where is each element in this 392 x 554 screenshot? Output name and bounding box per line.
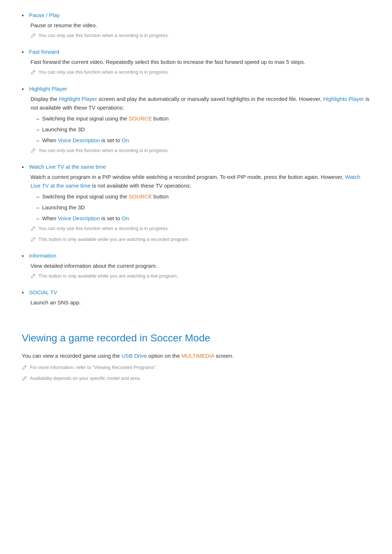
sub-item-3d-2: Launching the 3D [36, 203, 370, 212]
note-text: This button is only available while you … [38, 236, 189, 243]
item-body-pause-play: Pause or resume the video. You can only … [29, 21, 370, 40]
fast-forward-desc: Fast forward the current video. Repeated… [30, 58, 370, 66]
item-title-social-tv: SOCIAL TV [29, 289, 57, 295]
sub-item-source-2: Switching the input signal using the SOU… [36, 192, 370, 201]
on-link-1: On [122, 137, 129, 143]
watch-live-tv-sub-list: Switching the input signal using the SOU… [30, 192, 370, 223]
note-text: You can only use this function when a re… [38, 225, 169, 233]
note-text: You can only use this function when a re… [38, 69, 169, 76]
note-pause-play: You can only use this function when a re… [30, 32, 370, 40]
sub-item-3d-1: Launching the 3D [36, 125, 370, 134]
note-soccer-1: For more information, refer to "Viewing … [22, 364, 370, 372]
play-label: Play [49, 12, 60, 18]
separator: / [46, 12, 49, 18]
voice-desc-link-2: Voice Description [58, 215, 100, 221]
item-title-watch-live-tv: Watch Live TV at the same time [29, 164, 106, 170]
note-soccer-2: Availability depends on your specific mo… [22, 375, 370, 383]
item-title-pause-play: Pause / Play [29, 12, 60, 18]
item-body-highlight-player: Display the Highlight Player screen and … [29, 95, 370, 155]
note-text: You can only use this function when a re… [38, 147, 169, 155]
note-information: This button is only available while you … [30, 272, 370, 281]
item-body-social-tv: Launch an SNS app. [29, 298, 370, 307]
pause-play-desc: Pause or resume the video. [30, 21, 370, 30]
list-item-fast-forward: Fast forward Fast forward the current vi… [22, 48, 370, 77]
note-watch-live-tv-2: This button is only available while you … [30, 236, 370, 244]
item-title-information: Information [29, 253, 56, 259]
pencil-icon [30, 225, 36, 233]
source-link-1: SOURCE [128, 115, 152, 122]
usb-drive-link: USB Drive [122, 353, 147, 359]
section-heading: Viewing a game recorded in Soccer Mode [22, 330, 370, 346]
main-bullet-list: Pause / Play Pause or resume the video. … [22, 11, 370, 307]
multimedia-link: MULTIMEDIA [181, 353, 215, 359]
note-text: For more information, refer to "Viewing … [30, 364, 157, 372]
list-item-pause-play: Pause / Play Pause or resume the video. … [22, 11, 370, 40]
highlight-player-link: Highlight Player [59, 96, 97, 102]
list-item-watch-live-tv: Watch Live TV at the same time Watch a c… [22, 163, 370, 244]
list-item-social-tv: SOCIAL TV Launch an SNS app. [22, 288, 370, 307]
sub-item-voice-desc-1: When Voice Description is set to On [36, 136, 370, 145]
voice-desc-link-1: Voice Description [58, 137, 100, 143]
note-fast-forward: You can only use this function when a re… [30, 69, 370, 77]
note-text: Availability depends on your specific mo… [30, 375, 141, 382]
item-body-watch-live-tv: Watch a current program in a PIP window … [29, 173, 370, 244]
pause-label: Pause [29, 12, 45, 18]
watch-live-tv-link: Watch Live TV at the same time [30, 174, 360, 189]
watch-live-tv-desc: Watch a current program in a PIP window … [30, 173, 370, 190]
highlight-player-sub-list: Switching the input signal using the SOU… [30, 114, 370, 145]
list-item-highlight-player: Highlight Player Display the Highlight P… [22, 85, 370, 155]
pencil-icon [30, 273, 36, 281]
pencil-icon [30, 236, 36, 244]
sub-item-voice-desc-2: When Voice Description is set to On [36, 214, 370, 223]
pencil-icon [22, 375, 27, 383]
list-item-information: Information View detailed information ab… [22, 251, 370, 281]
note-text: You can only use this function when a re… [38, 32, 169, 40]
pencil-icon [22, 364, 27, 372]
on-link-2: On [122, 215, 129, 221]
note-text: This button is only available while you … [38, 272, 178, 280]
highlight-player-desc: Display the Highlight Player screen and … [30, 95, 370, 112]
section-subtext: You can view a recorded game using the U… [22, 352, 370, 360]
soccer-mode-section: Viewing a game recorded in Soccer Mode Y… [22, 330, 370, 383]
sub-item-source: Switching the input signal using the SOU… [36, 114, 370, 123]
information-desc: View detailed information about the curr… [30, 262, 370, 270]
item-body-information: View detailed information about the curr… [29, 262, 370, 281]
social-tv-desc: Launch an SNS app. [30, 298, 370, 307]
item-title-highlight-player: Highlight Player [29, 86, 67, 92]
pencil-icon [30, 69, 36, 77]
pencil-icon [30, 32, 36, 40]
item-body-fast-forward: Fast forward the current video. Repeated… [29, 58, 370, 77]
source-link-2: SOURCE [128, 193, 152, 200]
pencil-icon [30, 147, 36, 155]
item-title-fast-forward: Fast forward [29, 49, 59, 55]
note-highlight-player: You can only use this function when a re… [30, 147, 370, 155]
note-watch-live-tv-1: You can only use this function when a re… [30, 225, 370, 233]
highlights-player-link: Highlights Player [323, 96, 364, 102]
